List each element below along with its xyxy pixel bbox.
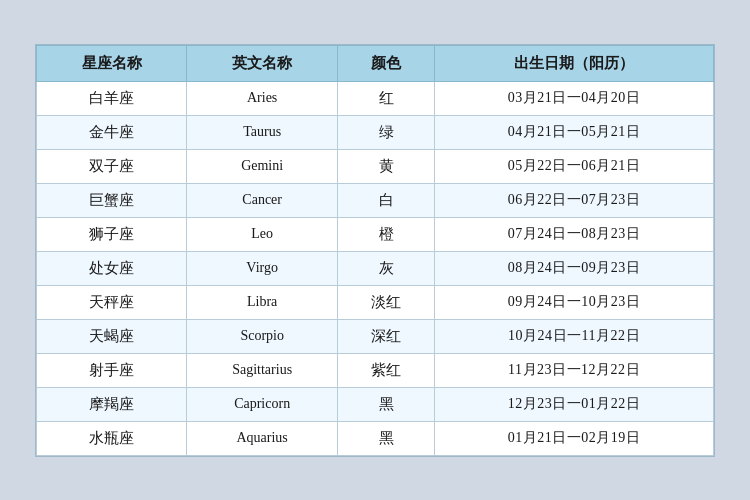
cell-dates: 09月24日一10月23日: [435, 285, 714, 319]
header-color: 颜色: [337, 45, 434, 81]
table-row: 天秤座Libra淡红09月24日一10月23日: [37, 285, 714, 319]
table-header-row: 星座名称 英文名称 颜色 出生日期（阳历）: [37, 45, 714, 81]
cell-color: 黑: [337, 421, 434, 455]
cell-color: 深红: [337, 319, 434, 353]
table-row: 射手座Sagittarius紫红11月23日一12月22日: [37, 353, 714, 387]
zodiac-table: 星座名称 英文名称 颜色 出生日期（阳历） 白羊座Aries红03月21日一04…: [36, 45, 714, 456]
cell-chinese-name: 双子座: [37, 149, 187, 183]
table-row: 巨蟹座Cancer白06月22日一07月23日: [37, 183, 714, 217]
cell-dates: 05月22日一06月21日: [435, 149, 714, 183]
cell-dates: 04月21日一05月21日: [435, 115, 714, 149]
table-row: 双子座Gemini黄05月22日一06月21日: [37, 149, 714, 183]
header-english-name: 英文名称: [187, 45, 337, 81]
cell-dates: 12月23日一01月22日: [435, 387, 714, 421]
cell-dates: 10月24日一11月22日: [435, 319, 714, 353]
cell-dates: 11月23日一12月22日: [435, 353, 714, 387]
cell-chinese-name: 狮子座: [37, 217, 187, 251]
cell-english-name: Capricorn: [187, 387, 337, 421]
cell-chinese-name: 金牛座: [37, 115, 187, 149]
cell-color: 绿: [337, 115, 434, 149]
cell-chinese-name: 天蝎座: [37, 319, 187, 353]
table-row: 摩羯座Capricorn黑12月23日一01月22日: [37, 387, 714, 421]
cell-english-name: Taurus: [187, 115, 337, 149]
cell-english-name: Virgo: [187, 251, 337, 285]
cell-dates: 03月21日一04月20日: [435, 81, 714, 115]
cell-color: 黄: [337, 149, 434, 183]
cell-chinese-name: 天秤座: [37, 285, 187, 319]
cell-color: 灰: [337, 251, 434, 285]
table-row: 水瓶座Aquarius黑01月21日一02月19日: [37, 421, 714, 455]
cell-dates: 07月24日一08月23日: [435, 217, 714, 251]
cell-color: 黑: [337, 387, 434, 421]
cell-color: 红: [337, 81, 434, 115]
table-row: 白羊座Aries红03月21日一04月20日: [37, 81, 714, 115]
cell-english-name: Libra: [187, 285, 337, 319]
table-row: 处女座Virgo灰08月24日一09月23日: [37, 251, 714, 285]
cell-chinese-name: 巨蟹座: [37, 183, 187, 217]
cell-chinese-name: 白羊座: [37, 81, 187, 115]
cell-chinese-name: 处女座: [37, 251, 187, 285]
cell-english-name: Sagittarius: [187, 353, 337, 387]
zodiac-table-container: 星座名称 英文名称 颜色 出生日期（阳历） 白羊座Aries红03月21日一04…: [35, 44, 715, 457]
cell-color: 淡红: [337, 285, 434, 319]
cell-dates: 06月22日一07月23日: [435, 183, 714, 217]
cell-english-name: Aries: [187, 81, 337, 115]
cell-chinese-name: 水瓶座: [37, 421, 187, 455]
cell-english-name: Scorpio: [187, 319, 337, 353]
cell-english-name: Gemini: [187, 149, 337, 183]
cell-english-name: Aquarius: [187, 421, 337, 455]
cell-color: 紫红: [337, 353, 434, 387]
table-row: 狮子座Leo橙07月24日一08月23日: [37, 217, 714, 251]
cell-color: 橙: [337, 217, 434, 251]
header-chinese-name: 星座名称: [37, 45, 187, 81]
cell-chinese-name: 射手座: [37, 353, 187, 387]
cell-dates: 01月21日一02月19日: [435, 421, 714, 455]
table-row: 天蝎座Scorpio深红10月24日一11月22日: [37, 319, 714, 353]
table-row: 金牛座Taurus绿04月21日一05月21日: [37, 115, 714, 149]
cell-dates: 08月24日一09月23日: [435, 251, 714, 285]
header-birth-date: 出生日期（阳历）: [435, 45, 714, 81]
cell-color: 白: [337, 183, 434, 217]
cell-english-name: Cancer: [187, 183, 337, 217]
cell-chinese-name: 摩羯座: [37, 387, 187, 421]
cell-english-name: Leo: [187, 217, 337, 251]
